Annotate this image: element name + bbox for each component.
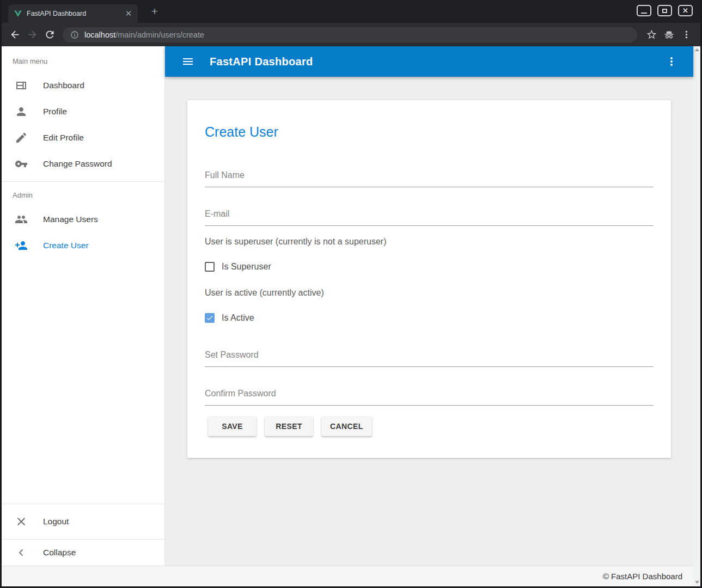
email-input[interactable] <box>205 209 654 226</box>
app-title: FastAPI Dashboard <box>210 56 313 68</box>
confirm-password-input[interactable] <box>205 389 654 406</box>
new-tab-button[interactable]: + <box>148 4 162 19</box>
incognito-icon <box>663 29 675 40</box>
url-host: localhost <box>84 30 115 39</box>
forward-arrow-icon <box>27 29 38 40</box>
set-password-input[interactable] <box>205 350 654 367</box>
sidebar-section-main-menu: Main menu <box>2 57 164 72</box>
sidebar-item-label: Collapse <box>43 548 76 558</box>
tab-close-icon[interactable]: ✕ <box>124 9 133 19</box>
sidebar-item-label: Change Password <box>43 159 112 169</box>
url-path: /main/admin/users/create <box>115 30 204 39</box>
sidebar-item-change-password[interactable]: Change Password <box>2 151 164 177</box>
create-user-card: Create User User is superuser (currently… <box>187 100 671 458</box>
dashboard-icon <box>15 79 28 92</box>
active-help-text: User is active (currently active) <box>205 288 654 298</box>
sidebar-item-label: Profile <box>43 107 67 117</box>
back-button[interactable] <box>6 26 23 44</box>
forward-button[interactable] <box>23 26 41 44</box>
page-footer: © FastAPI Dashboard <box>2 566 693 586</box>
sidebar-divider <box>2 504 164 504</box>
window-close-button[interactable]: ✕ <box>678 5 693 16</box>
superuser-checkbox[interactable] <box>205 262 215 272</box>
star-icon <box>646 29 657 40</box>
superuser-checkbox-label: Is Superuser <box>222 262 271 272</box>
sidebar-divider <box>2 181 164 182</box>
page-title: Create User <box>205 124 654 140</box>
browser-window: FastAPI Dashboard ✕ + ✕ localhost/main/a… <box>0 0 702 588</box>
sidebar-item-label: Logout <box>43 517 69 526</box>
full-name-field <box>205 170 654 187</box>
checkmark-icon <box>206 314 213 322</box>
save-button[interactable]: SAVE <box>208 416 257 436</box>
sidebar-item-label: Create User <box>43 241 89 250</box>
hamburger-icon <box>181 55 194 68</box>
app-bar: FastAPI Dashboard <box>165 46 693 77</box>
browser-menu-button[interactable] <box>677 26 695 44</box>
cancel-button[interactable]: CANCEL <box>321 416 372 436</box>
page-scrollbar[interactable] <box>693 46 700 586</box>
browser-toolbar: localhost/main/admin/users/create <box>2 23 700 46</box>
email-field <box>205 209 654 226</box>
browser-tab[interactable]: FastAPI Dashboard ✕ <box>8 4 138 23</box>
back-arrow-icon <box>9 29 21 40</box>
bookmark-button[interactable] <box>643 26 660 44</box>
sidebar-item-label: Manage Users <box>43 215 98 224</box>
pencil-icon <box>15 131 28 144</box>
sidebar-section-admin: Admin <box>2 186 164 206</box>
copyright-text: © FastAPI Dashboard <box>603 572 682 581</box>
key-icon <box>15 157 28 170</box>
url-text: localhost/main/admin/users/create <box>84 30 204 39</box>
hamburger-menu-button[interactable] <box>178 52 198 71</box>
reset-button[interactable]: RESET <box>265 416 313 436</box>
kebab-menu-icon <box>681 29 692 40</box>
sidebar-item-edit-profile[interactable]: Edit Profile <box>2 125 164 151</box>
tab-title: FastAPI Dashboard <box>27 10 119 17</box>
sidebar-item-create-user[interactable]: Create User <box>2 232 164 259</box>
address-bar[interactable]: localhost/main/admin/users/create <box>63 27 637 42</box>
kebab-menu-icon <box>665 55 678 68</box>
vue-logo-icon <box>14 9 22 18</box>
full-name-input[interactable] <box>205 170 654 187</box>
superuser-checkbox-row[interactable]: Is Superuser <box>205 262 654 272</box>
scroll-up-arrow-icon[interactable] <box>695 48 699 51</box>
browser-titlebar: FastAPI Dashboard ✕ + ✕ <box>2 0 700 23</box>
window-minimize-button[interactable] <box>637 5 651 16</box>
active-checkbox-label: Is Active <box>222 313 254 323</box>
active-checkbox-row[interactable]: Is Active <box>205 313 654 323</box>
person-add-icon <box>15 239 28 252</box>
person-icon <box>15 105 28 118</box>
incognito-indicator <box>660 26 677 44</box>
sidebar-item-profile[interactable]: Profile <box>2 99 164 125</box>
people-icon <box>15 213 28 226</box>
form-actions: SAVE RESET CANCEL <box>205 416 654 436</box>
sidebar-item-label: Dashboard <box>43 81 84 90</box>
active-checkbox[interactable] <box>205 313 215 323</box>
superuser-help-text: User is superuser (currently is not a su… <box>205 237 654 247</box>
window-maximize-button[interactable] <box>657 5 672 16</box>
reload-icon <box>44 29 56 40</box>
scroll-down-arrow-icon[interactable] <box>695 581 699 584</box>
confirm-password-field <box>205 389 654 406</box>
set-password-field <box>205 350 654 367</box>
sidebar-item-label: Edit Profile <box>43 133 84 143</box>
close-icon <box>15 515 28 528</box>
page-content: Create User User is superuser (currently… <box>165 77 693 566</box>
page-info-icon[interactable] <box>70 30 79 39</box>
sidebar-item-manage-users[interactable]: Manage Users <box>2 206 164 232</box>
sidebar-item-dashboard[interactable]: Dashboard <box>2 72 164 99</box>
sidebar-item-collapse[interactable]: Collapse <box>2 540 164 566</box>
app-menu-button[interactable] <box>662 52 681 71</box>
chevron-left-icon <box>15 546 28 559</box>
sidebar-item-logout[interactable]: Logout <box>2 509 164 535</box>
sidebar: Main menu Dashboard Profile Edit Profile <box>2 46 165 566</box>
reload-button[interactable] <box>41 26 58 44</box>
